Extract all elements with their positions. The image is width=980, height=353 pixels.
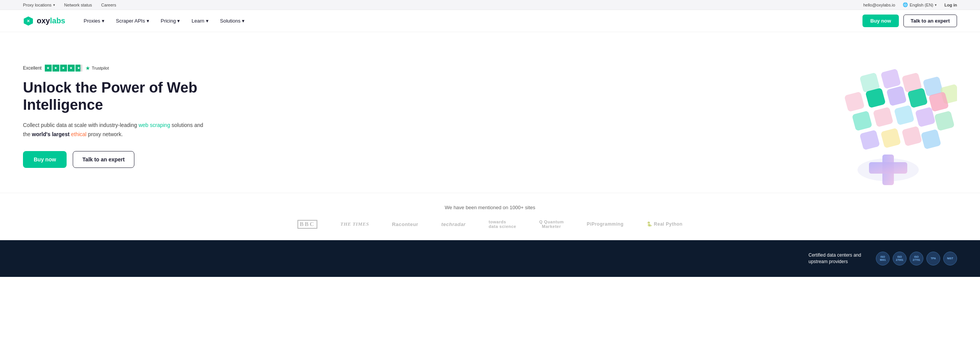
network-status-link[interactable]: Network status [64,3,92,7]
email-display: hello@oxylabs.io [863,3,895,7]
nav-pricing[interactable]: Pricing ▾ [156,15,185,27]
svg-rect-18 [880,128,901,148]
translate-icon: 🌐 [903,2,908,7]
nav-learn-label: Learn [191,18,204,24]
cert-badge-nist: NIST [943,252,957,265]
top-bar-right: hello@oxylabs.io 🌐 English (EN) ▾ Log in [863,2,957,7]
cert-text: Certified data centers and upstream prov… [808,252,870,265]
trustpilot-logo: ★ Trustpilot [85,65,109,71]
star-1: ★ [45,65,52,72]
talk-expert-hero-button[interactable]: Talk to an expert [73,151,134,168]
svg-text:×: × [27,18,30,24]
buy-now-hero-button[interactable]: Buy now [23,151,67,168]
chevron-down-icon: ▾ [177,18,180,24]
chevron-down-icon: ▾ [147,18,149,24]
main-nav: × oxylabs Proxies ▾ Scraper APIs ▾ Prici… [0,10,980,32]
logo[interactable]: × oxylabs [23,16,65,26]
proxy-locations-menu[interactable]: Proxy locations ▾ [23,3,55,7]
proxy-locations-label: Proxy locations [23,3,52,7]
nav-items: Proxies ▾ Scraper APIs ▾ Pricing ▾ Learn… [79,15,250,27]
hero-desc-highlight3: ethical [71,131,87,137]
svg-rect-9 [886,86,907,106]
trustpilot-name: Trustpilot [92,66,109,70]
cert-badge-iso27001: ISO27001 [893,252,906,265]
svg-rect-13 [873,107,893,127]
nav-scraper-label: Scraper APIs [116,18,145,24]
realpython-logo: 🐍 Real Python [647,221,683,227]
hero-illustration [773,55,957,185]
hero-title-line1: Unlock the Power of Web [23,80,197,96]
quantum-logo: Q Quantum Marketer [539,220,564,229]
raconteur-logo: Raconteur [392,221,418,227]
trustpilot-stars: ★ ★ ★ ★ ★ [45,65,82,72]
chevron-down-icon: ▾ [206,18,209,24]
times-logo: THE TIMES [340,221,369,227]
careers-link[interactable]: Careers [101,3,116,7]
nav-solutions-label: Solutions [220,18,240,24]
cert-badges: ISO9001 ISO27001 ISO27701 TPA NIST [876,252,957,265]
svg-rect-16 [934,111,955,131]
bbc-logo: BBC [297,220,317,229]
techradar-logo: techradar [441,221,466,227]
star-2: ★ [52,65,59,72]
svg-rect-7 [844,91,865,112]
star-3: ★ [60,65,67,72]
footer-dark: Certified data centers and upstream prov… [0,240,980,277]
svg-rect-19 [902,126,922,146]
trustpilot-label: Excellent [23,65,42,71]
trustpilot-row: Excellent ★ ★ ★ ★ ★ ★ Trustpilot [23,65,207,72]
cert-badge-tpa: TPA [926,252,940,265]
nav-right: Buy now Talk to an expert [862,15,957,27]
nav-pricing-label: Pricing [161,18,176,24]
hero-title-line2: Intelligence [23,97,103,113]
svg-rect-3 [880,68,901,89]
svg-rect-20 [921,129,941,150]
nav-proxies-label: Proxies [84,18,100,24]
cert-badge-iso9001: ISO9001 [876,252,890,265]
login-link[interactable]: Log in [944,3,957,7]
buy-now-nav-button[interactable]: Buy now [862,15,898,27]
hero-content: Excellent ★ ★ ★ ★ ★ ★ Trustpilot Unlock … [23,65,207,168]
language-selector[interactable]: 🌐 English (EN) ▾ [903,2,937,7]
chevron-down-icon: ▾ [242,18,245,24]
hero-buttons: Buy now Talk to an expert [23,151,207,168]
svg-rect-14 [894,105,915,125]
star-4: ★ [68,65,75,72]
hero-desc-part1: Collect public data at scale with indust… [23,122,139,128]
cert-section: Certified data centers and upstream prov… [808,252,957,265]
logo-icon: × [23,16,34,26]
top-bar-left: Proxy locations ▾ Network status Careers [23,3,116,7]
hero-desc-part5: proxy network. [87,131,123,137]
mentions-bar: We have been mentioned on 1000+ sites BB… [0,193,980,240]
hero-description: Collect public data at scale with indust… [23,121,207,139]
nav-learn[interactable]: Learn ▾ [187,15,213,27]
mentions-title: We have been mentioned on 1000+ sites [23,205,957,210]
hero-desc-highlight1: web scraping [139,122,170,128]
tp-star-icon: ★ [85,65,90,71]
nav-scraper-apis[interactable]: Scraper APIs ▾ [111,15,154,27]
logo-text: oxylabs [37,16,65,25]
language-label: English (EN) [910,3,933,7]
mentions-logos: BBC THE TIMES Raconteur techradar toward… [23,220,957,229]
hero-desc-part2: solutions [170,122,193,128]
cross-symbol [858,155,919,185]
chevron-down-icon: ▾ [935,3,937,7]
svg-rect-12 [852,111,872,131]
talk-expert-nav-button[interactable]: Talk to an expert [903,15,957,27]
top-bar: Proxy locations ▾ Network status Careers… [0,0,980,10]
chevron-down-icon: ▾ [102,18,105,24]
hero-section: Excellent ★ ★ ★ ★ ★ ★ Trustpilot Unlock … [0,32,980,193]
hero-illustration-container [796,55,957,177]
hero-title: Unlock the Power of Web Intelligence [23,79,207,114]
nav-proxies[interactable]: Proxies ▾ [79,15,109,27]
svg-rect-17 [859,130,880,150]
cert-badge-iso27701: ISO27701 [910,252,923,265]
star-5-half: ★ [75,65,82,72]
hero-desc-highlight2: world's largest [32,131,69,137]
chevron-down-icon: ▾ [53,3,55,7]
nav-left: × oxylabs Proxies ▾ Scraper APIs ▾ Prici… [23,15,249,27]
svg-rect-23 [869,162,907,174]
piprogramming-logo: PiProgramming [587,221,624,227]
nav-solutions[interactable]: Solutions ▾ [216,15,249,27]
towards-logo: towardsdata science [488,220,516,229]
